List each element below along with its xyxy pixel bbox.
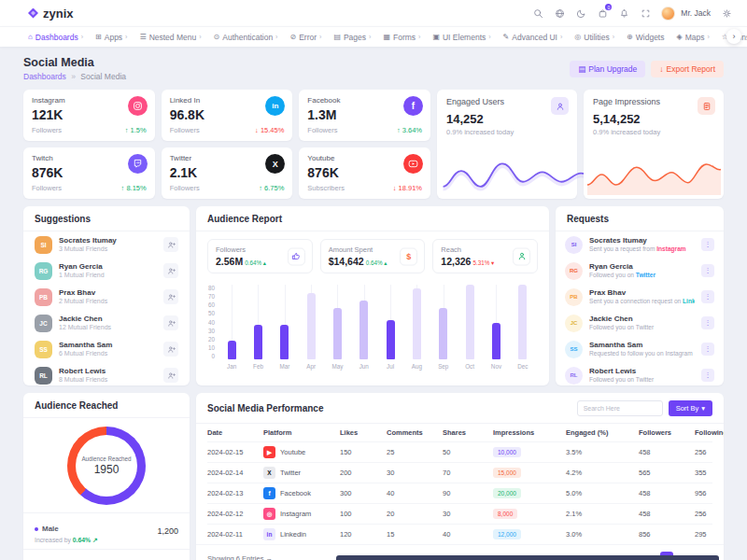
column-header[interactable]: Engaged (%) bbox=[566, 428, 639, 437]
nav-item-authentication[interactable]: ⊙ Authentication › bbox=[214, 33, 278, 42]
nav-item-dashboards[interactable]: ⌂ Dashboards › bbox=[28, 33, 83, 42]
horizontal-scrollbar[interactable] bbox=[336, 555, 719, 560]
card-icon: ▤ bbox=[578, 64, 585, 74]
bar-mar[interactable] bbox=[280, 325, 289, 359]
bar-aug[interactable] bbox=[413, 288, 421, 359]
avatar: JC bbox=[35, 315, 52, 332]
bar-slot bbox=[483, 285, 509, 359]
app-logo[interactable]: zynix bbox=[28, 7, 74, 21]
bar-slot bbox=[351, 285, 377, 359]
report-stat-reach: Reach 12,3265.31% ▾ bbox=[432, 239, 538, 273]
table-row[interactable]: 2024-02-11 inLinkedin 120 15 40 12,000 3… bbox=[207, 524, 712, 544]
platform-highlight[interactable]: LinkedIn bbox=[683, 298, 695, 304]
table-entries-summary: Showing 6 Entries → bbox=[207, 554, 273, 560]
dark-mode-icon[interactable] bbox=[575, 7, 586, 19]
bar-apr[interactable] bbox=[307, 293, 316, 359]
more-options-button[interactable]: ⋮ bbox=[701, 343, 714, 356]
user-name[interactable]: Mr. Jack bbox=[681, 8, 711, 18]
table-search-input[interactable] bbox=[577, 400, 663, 416]
language-icon[interactable] bbox=[554, 7, 565, 19]
twitter-x-icon: X bbox=[263, 467, 275, 479]
nav-item-utilities[interactable]: ◎ Utilities › bbox=[574, 33, 614, 42]
column-header[interactable]: Followers bbox=[639, 428, 695, 437]
bar-oct[interactable] bbox=[466, 285, 474, 359]
add-friend-button[interactable] bbox=[163, 342, 178, 357]
cart-icon[interactable]: 0 bbox=[597, 7, 608, 19]
bar-nov[interactable] bbox=[492, 323, 500, 359]
stat-card-instagram: Instagram 121K Followers ↑ 1.5% bbox=[23, 90, 155, 141]
nav-item-pages[interactable]: ▤ Pages › bbox=[333, 33, 371, 42]
change-badge: ↑ 8.15% bbox=[121, 184, 147, 192]
column-header[interactable]: Impressions bbox=[493, 428, 566, 437]
x-axis-label: Sep bbox=[430, 363, 457, 370]
bar-feb[interactable] bbox=[254, 325, 262, 359]
bar-jun[interactable] bbox=[359, 301, 368, 359]
settings-gear-icon[interactable] bbox=[721, 7, 732, 19]
bar-dec[interactable] bbox=[518, 285, 527, 359]
audience-report-panel: Audience Report Followers 2.56M0.64% ▴ A… bbox=[196, 206, 549, 385]
table-row[interactable]: 2024-02-13 fFacebook 300 40 90 20,000 5.… bbox=[207, 483, 712, 503]
sort-by-button[interactable]: Sort By▾ bbox=[669, 400, 712, 416]
column-header[interactable]: Likes bbox=[340, 428, 387, 437]
search-icon[interactable] bbox=[532, 7, 543, 19]
export-report-button[interactable]: ↓Export Report bbox=[651, 61, 724, 77]
nav-item-error[interactable]: ⊘ Error › bbox=[289, 33, 321, 42]
bar-jan[interactable] bbox=[228, 341, 236, 359]
engaged-users-icon bbox=[551, 97, 569, 115]
add-friend-button[interactable] bbox=[163, 315, 178, 330]
table-row[interactable]: 2024-02-15 ▶Youtube 150 25 50 10,000 3.5… bbox=[207, 441, 712, 462]
nav-item-forms[interactable]: ▦ Forms › bbox=[383, 33, 420, 42]
page-impressions-card: Page Impressions 5,14,252 0.9% increased… bbox=[584, 90, 724, 199]
user-avatar[interactable] bbox=[661, 7, 675, 21]
y-axis-tick: 80 bbox=[205, 285, 215, 291]
platform-highlight[interactable]: Twitter bbox=[636, 272, 655, 278]
page-impressions-value: 5,14,252 bbox=[593, 112, 714, 126]
main-nav: ⌂ Dashboards › ⊞ Apps › ☰ Nested Menu › … bbox=[0, 26, 747, 47]
nav-item-nested-menu[interactable]: ☰ Nested Menu › bbox=[139, 33, 201, 42]
add-friend-button[interactable] bbox=[163, 263, 178, 278]
more-options-button[interactable]: ⋮ bbox=[701, 264, 714, 277]
impressions-badge: 20,000 bbox=[493, 488, 521, 498]
more-options-button[interactable]: ⋮ bbox=[701, 316, 714, 329]
bar-sep[interactable] bbox=[439, 308, 447, 359]
more-options-button[interactable]: ⋮ bbox=[701, 369, 714, 382]
nav-item-advanced-ui[interactable]: ✎ Advanced UI › bbox=[503, 33, 563, 42]
chevron-right-icon: › bbox=[488, 34, 490, 40]
suggestion-row: RG Ryan Gercia 1 Mutual Friend bbox=[23, 258, 190, 284]
thumbs-up-icon bbox=[288, 247, 305, 265]
column-header[interactable]: Comments bbox=[387, 428, 443, 437]
add-friend-button[interactable] bbox=[163, 289, 178, 304]
fullscreen-icon[interactable] bbox=[640, 7, 651, 19]
nav-item-widgets[interactable]: ⊕ Widgets bbox=[627, 33, 664, 42]
add-friend-button[interactable] bbox=[163, 368, 178, 383]
more-options-button[interactable]: ⋮ bbox=[701, 290, 714, 303]
notifications-icon[interactable] bbox=[618, 7, 629, 19]
column-header[interactable]: Platform bbox=[263, 428, 340, 437]
column-header[interactable]: Following bbox=[695, 428, 724, 437]
column-header[interactable]: Date bbox=[207, 428, 263, 437]
nav-scroll-right-icon[interactable]: › bbox=[726, 29, 741, 44]
nav-item-maps[interactable]: ◈ Maps › bbox=[676, 33, 709, 42]
suggestion-row: PB Prax Bhav 2 Mutual Friends bbox=[23, 284, 190, 310]
legend-row-male: Male Increased by 0.64% ↗ 1,200 bbox=[23, 512, 190, 549]
breadcrumb-parent[interactable]: Dashboards bbox=[23, 72, 66, 81]
column-header[interactable]: Shares bbox=[443, 428, 493, 437]
avatar: SI bbox=[35, 236, 52, 254]
logo-text: zynix bbox=[43, 7, 74, 21]
avatar: RL bbox=[35, 367, 52, 385]
bar-slot bbox=[377, 285, 403, 359]
more-options-button[interactable]: ⋮ bbox=[701, 238, 714, 251]
platform-highlight[interactable]: Instagram bbox=[656, 245, 686, 252]
plan-upgrade-button[interactable]: ▤Plan Upgrade bbox=[570, 61, 645, 77]
audience-reached-title: Audience Reached bbox=[35, 400, 118, 411]
add-friend-button[interactable] bbox=[163, 237, 178, 252]
requests-panel: Requests SI Socrates Itumay Sent you a r… bbox=[556, 206, 724, 385]
bar-may[interactable] bbox=[333, 308, 342, 359]
table-row[interactable]: 2024-02-12 ◎Instagram 100 20 30 8,000 2.… bbox=[207, 503, 712, 524]
nav-item-apps[interactable]: ⊞ Apps › bbox=[95, 33, 127, 42]
bar-jul[interactable] bbox=[387, 320, 395, 359]
table-row[interactable]: 2024-02-14 XTwitter 200 30 70 15,000 4.2… bbox=[207, 462, 712, 483]
widgets-icon: ⊕ bbox=[627, 34, 633, 41]
page-impressions-icon bbox=[698, 97, 715, 115]
nav-item-ui-elements[interactable]: ▣ UI Elements › bbox=[432, 33, 490, 42]
